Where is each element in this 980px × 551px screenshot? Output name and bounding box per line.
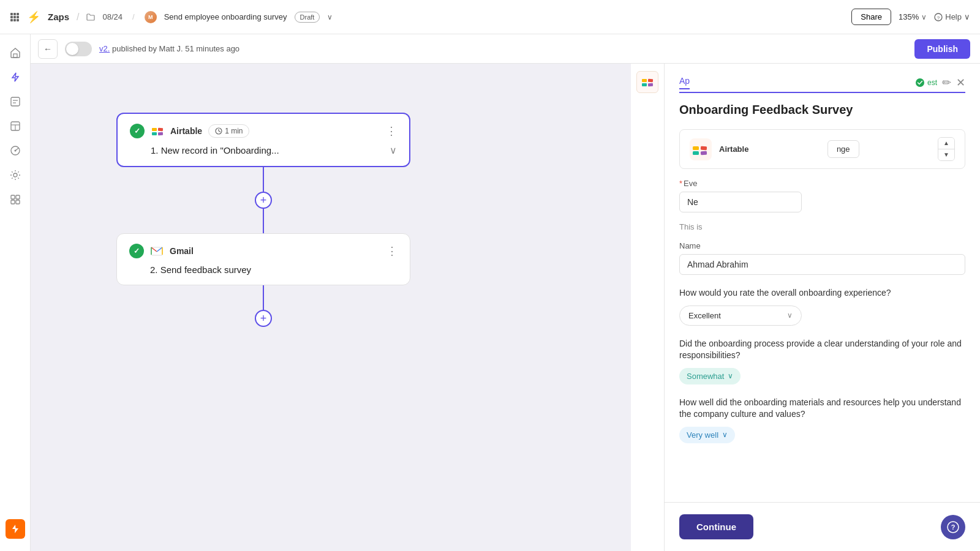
stepper-up[interactable]: ▲: [938, 138, 954, 149]
svg-rect-24: [11, 200, 15, 204]
event-label: * Eve: [679, 179, 965, 188]
help-icon: ?: [934, 13, 943, 21]
folder-icon: [86, 13, 95, 21]
q3-selected-value: Very well: [687, 430, 718, 440]
zoom-control[interactable]: 135% ∨: [899, 12, 927, 21]
airtable-menu-icon[interactable]: ⋮: [386, 124, 397, 138]
description-text: This is: [679, 222, 965, 231]
side-panel-app-icon[interactable]: [636, 71, 658, 93]
q3-question-text: How well did the onboarding materials an…: [679, 397, 965, 421]
right-panel-overlay: Ap est ✏ ✕ Onboarding Fee: [631, 64, 980, 551]
gmail-menu-icon[interactable]: ⋮: [386, 244, 398, 258]
svg-rect-25: [16, 200, 20, 204]
svg-text:?: ?: [951, 523, 956, 531]
svg-rect-28: [158, 128, 163, 132]
sidebar-item-zaps[interactable]: [4, 66, 26, 88]
action-bar: Continue ?: [665, 502, 980, 551]
sidebar-item-tasks[interactable]: [4, 91, 26, 113]
q3-dropdown[interactable]: Very well ∨: [679, 427, 735, 443]
svg-rect-0: [10, 13, 13, 15]
q1-dropdown[interactable]: Excellent ∨: [679, 305, 802, 326]
share-button[interactable]: Share: [851, 9, 891, 25]
svg-rect-29: [152, 132, 157, 135]
publish-button[interactable]: Publish: [914, 39, 970, 59]
svg-marker-26: [12, 525, 18, 533]
add-step-button-2[interactable]: +: [255, 310, 272, 327]
grid-icon[interactable]: [10, 12, 20, 22]
airtable-node[interactable]: ✓ Airtable: [116, 113, 410, 167]
gmail-step-title: 2. Send feedback survey: [129, 264, 398, 275]
orange-logo-box[interactable]: [6, 519, 25, 539]
airtable-node-header: ✓ Airtable: [130, 124, 397, 138]
connector-line-3: [263, 285, 264, 310]
app-name-label[interactable]: Zaps: [48, 12, 69, 22]
back-button[interactable]: ←: [38, 39, 58, 59]
panel-header-actions: est ✏ ✕: [915, 76, 965, 89]
sidebar-item-home[interactable]: [4, 42, 26, 64]
q1-dropdown-arrow-icon: ∨: [787, 311, 793, 320]
svg-rect-8: [17, 19, 19, 21]
svg-rect-40: [701, 146, 707, 150]
help-button[interactable]: ? Help ∨: [934, 12, 970, 21]
help-circle-button[interactable]: ?: [941, 515, 965, 539]
svg-rect-37: [648, 83, 653, 86]
gmail-node[interactable]: ✓: [116, 233, 410, 285]
airtable-step-title: 1. New record in "Onboarding... ∨: [130, 144, 397, 156]
gmail-logo: [150, 244, 164, 258]
connector-line-1: [263, 167, 264, 192]
published-by-text: published by Matt J. 51 minutes ago: [112, 44, 239, 53]
stepper-down[interactable]: ▼: [938, 149, 954, 160]
main-layout: ← v2. published by Matt J. 51 minutes ag…: [0, 34, 980, 551]
draft-badge[interactable]: Draft: [295, 12, 320, 23]
record-stepper[interactable]: ▲ ▼: [938, 137, 955, 161]
continue-button[interactable]: Continue: [679, 514, 753, 539]
survey-title-header[interactable]: Send employee onboarding survey: [164, 12, 287, 21]
airtable-time: 1 min: [208, 124, 249, 138]
svg-rect-1: [13, 13, 16, 15]
user-avatar: M: [145, 11, 157, 23]
enable-toggle[interactable]: [65, 42, 92, 56]
sidebar-item-tables[interactable]: [4, 115, 26, 137]
gmail-node-header: ✓: [129, 244, 398, 258]
right-content: ← v2. published by Matt J. 51 minutes ag…: [31, 34, 980, 551]
q2-selected-value: Somewhat: [687, 372, 724, 381]
sidebar-bottom: [6, 519, 25, 544]
gmail-check-icon: ✓: [129, 244, 144, 258]
sidebar-item-apps[interactable]: [4, 189, 26, 211]
panel-app-icon-large: [690, 138, 712, 160]
help-label: Help: [945, 12, 962, 21]
q2-dropdown-arrow-icon: ∨: [728, 372, 733, 380]
sidebar-item-analytics[interactable]: [4, 140, 26, 162]
svg-point-38: [916, 78, 924, 87]
svg-rect-34: [642, 79, 647, 82]
airtable-expand-icon[interactable]: ∨: [390, 144, 397, 156]
header-left: ⚡ Zaps / 08/24 / M Send employee onboard…: [10, 10, 844, 24]
q3-section: How well did the onboarding materials an…: [679, 397, 965, 443]
q2-dropdown[interactable]: Somewhat ∨: [679, 368, 741, 384]
version-link[interactable]: v2.: [99, 44, 110, 53]
panel-header-row: Ap est ✏ ✕: [679, 76, 965, 89]
panel-close-icon[interactable]: ✕: [956, 76, 965, 89]
back-arrow-icon: ←: [43, 44, 52, 54]
svg-rect-4: [13, 16, 16, 18]
svg-rect-27: [152, 128, 157, 131]
name-input[interactable]: [679, 254, 965, 275]
event-input-row: Ne: [679, 192, 965, 212]
tab-app[interactable]: Ap: [679, 76, 690, 89]
airtable-logo: [151, 124, 164, 138]
add-step-button-1[interactable]: +: [255, 192, 272, 209]
separator: /: [77, 12, 79, 23]
event-section: * Eve Ne: [679, 179, 965, 212]
draft-chevron-icon[interactable]: ∨: [327, 13, 333, 21]
zoom-label: 135%: [899, 12, 919, 21]
airtable-app-name: Airtable: [170, 126, 202, 136]
event-input[interactable]: Ne: [679, 192, 802, 212]
panel-edit-icon[interactable]: ✏: [942, 76, 951, 89]
svg-rect-35: [648, 79, 653, 83]
change-app-button[interactable]: nge: [827, 140, 859, 158]
date-label: 08/24: [102, 12, 123, 21]
sidebar-item-settings[interactable]: [4, 164, 26, 186]
svg-rect-7: [13, 19, 16, 21]
top-header: ⚡ Zaps / 08/24 / M Send employee onboard…: [0, 0, 980, 34]
test-success-badge: est: [915, 78, 937, 88]
